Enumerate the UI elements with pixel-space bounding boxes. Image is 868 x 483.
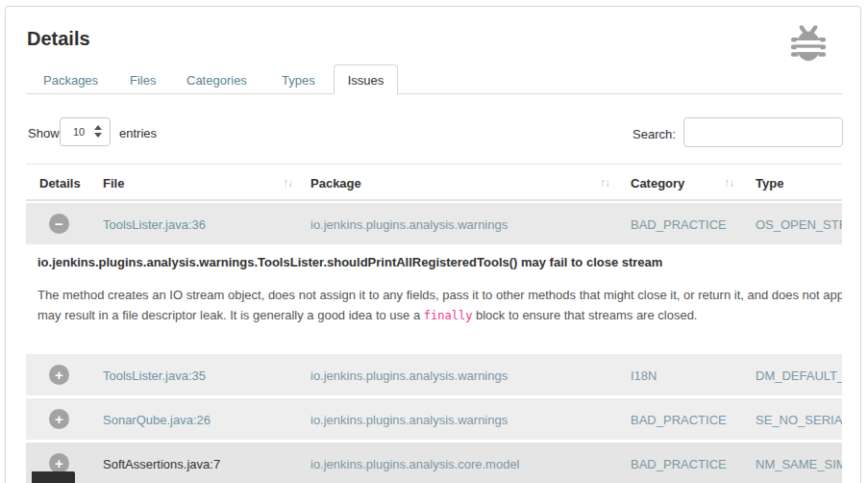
- category-cell: BAD_PRACTICE: [631, 216, 727, 231]
- file-link[interactable]: ToolsLister.java:36: [103, 216, 206, 231]
- table-row: + SoftAssertions.java:7 io.jenkins.plugi…: [26, 443, 842, 483]
- bug-icon: [786, 22, 831, 66]
- col-file[interactable]: File: [103, 176, 124, 191]
- sort-icon-file[interactable]: ↑↓: [283, 176, 292, 190]
- page-title: Details: [27, 28, 90, 50]
- package-cell: io.jenkins.plugins.analysis.warnings: [310, 368, 508, 382]
- col-category[interactable]: Category: [631, 176, 684, 191]
- select-arrows-icon: [94, 125, 102, 138]
- file-link[interactable]: ToolsLister.java:35: [103, 368, 206, 382]
- type-cell: SE_NO_SERIAL: [756, 412, 842, 426]
- tabs-underline: [26, 93, 842, 94]
- tab-issues[interactable]: Issues: [334, 64, 398, 94]
- issue-detail-title: io.jenkins.plugins.analysis.warnings.Too…: [37, 255, 842, 269]
- search-input[interactable]: [683, 117, 843, 147]
- col-type[interactable]: Type: [756, 176, 783, 191]
- category-cell: BAD_PRACTICE: [631, 456, 727, 470]
- expand-details-button[interactable]: +: [49, 365, 69, 385]
- entries-label: entries: [119, 126, 157, 140]
- table-row: + SonarQube.java:26 io.jenkins.plugins.a…: [26, 398, 842, 440]
- sort-icon-package[interactable]: ↑↓: [600, 176, 609, 190]
- page-size-value: 10: [73, 126, 85, 138]
- link-status-tooltip: [32, 471, 75, 483]
- type-cell: NM_SAME_SIM: [756, 456, 842, 470]
- file-link[interactable]: SonarQube.java:26: [103, 412, 211, 426]
- sort-icon-category[interactable]: ↑↓: [724, 176, 733, 190]
- details-card: Details Packages Files Categories Types …: [5, 6, 861, 483]
- col-details: Details: [39, 176, 81, 191]
- issue-detail-line2-post: block to ensure that streams are closed.: [472, 308, 697, 322]
- type-cell: DM_DEFAULT_: [756, 368, 842, 382]
- page-size-select[interactable]: 10: [60, 117, 111, 146]
- tab-types[interactable]: Types: [282, 73, 315, 88]
- issue-detail-body: The method creates an IO stream object, …: [37, 285, 842, 325]
- show-label: Show: [28, 126, 60, 140]
- code-token: finally: [424, 309, 473, 322]
- issue-detail-line1: The method creates an IO stream object, …: [37, 285, 842, 305]
- issue-detail-line2-pre: may result in a file descriptor leak. It…: [37, 308, 424, 322]
- issue-detail-panel: io.jenkins.plugins.analysis.warnings.Too…: [37, 255, 842, 325]
- col-package[interactable]: Package: [310, 176, 361, 191]
- tab-packages[interactable]: Packages: [43, 73, 98, 88]
- tab-issues-label: Issues: [348, 73, 384, 88]
- category-cell: I18N: [631, 368, 657, 382]
- package-cell: io.jenkins.plugins.analysis.warnings: [310, 216, 508, 231]
- collapse-details-button[interactable]: −: [49, 214, 69, 234]
- table-row: + ToolsLister.java:35 io.jenkins.plugins…: [26, 354, 842, 395]
- search-label: Search:: [632, 127, 676, 141]
- tab-categories[interactable]: Categories: [186, 73, 247, 88]
- type-cell: OS_OPEN_STR: [756, 216, 842, 231]
- package-cell: io.jenkins.plugins.analysis.core.model: [310, 456, 520, 470]
- category-cell: BAD_PRACTICE: [631, 412, 727, 426]
- table-header-row: Details File ↑↓ Package ↑↓ Category ↑↓ T…: [26, 164, 842, 201]
- issue-detail-line2: may result in a file descriptor leak. It…: [37, 305, 842, 325]
- table-row: − ToolsLister.java:36 io.jenkins.plugins…: [26, 203, 842, 244]
- expand-details-button[interactable]: +: [49, 453, 69, 473]
- expand-details-button[interactable]: +: [49, 409, 69, 429]
- file-link[interactable]: SoftAssertions.java:7: [103, 456, 220, 470]
- tab-files[interactable]: Files: [130, 73, 156, 88]
- package-cell: io.jenkins.plugins.analysis.warnings: [310, 412, 508, 426]
